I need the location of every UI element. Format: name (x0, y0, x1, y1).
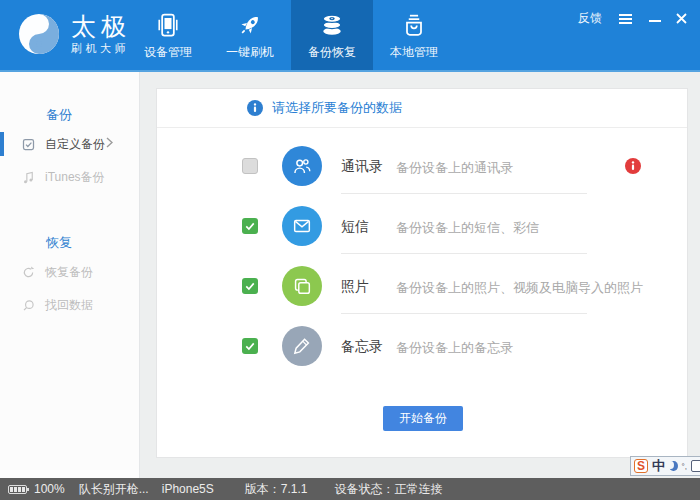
device-status: 设备状态：正常连接 (334, 481, 442, 498)
divider (341, 313, 587, 314)
alert-icon[interactable] (625, 158, 641, 174)
list-item-notes: 备忘录 备份设备上的备忘录 (157, 316, 687, 376)
tab-label: 备份恢复 (308, 44, 356, 61)
window-controls: 反馈 (578, 10, 687, 27)
item-description: 备份设备上的照片、视频及电脑导入的照片 (396, 279, 643, 297)
tab-device-manage[interactable]: 设备管理 (127, 0, 209, 70)
database-icon (317, 9, 347, 41)
list-item-contacts: 通讯录 备份设备上的通讯录 (157, 136, 687, 196)
device-name: 队长别开枪... (79, 481, 149, 498)
divider (341, 193, 587, 194)
sidebar-item-itunes-backup[interactable]: iTunes备份 (0, 164, 139, 190)
sidebar: 备份 自定义备份 iTunes备份 恢复 (0, 72, 140, 478)
list-item-messages: 短信 备份设备上的短信、彩信 (157, 196, 687, 256)
chevron-right-icon (106, 137, 113, 148)
feedback-button[interactable]: 反馈 (578, 10, 602, 27)
item-label: 备忘录 (341, 338, 383, 356)
restore-icon (21, 265, 36, 280)
item-label: 照片 (341, 278, 369, 296)
notes-icon (282, 326, 322, 366)
tab-label: 本地管理 (390, 44, 438, 61)
backup-panel: 请选择所要备份的数据 通讯录 备份设备上的通讯录 (156, 88, 688, 458)
sidebar-item-retrieve-data[interactable]: 找回数据 (0, 292, 139, 318)
sidebar-item-label: 找回数据 (45, 297, 93, 314)
messages-checkbox[interactable] (242, 218, 258, 234)
title-bar: 太极 刷机大师 设备管理 (0, 0, 700, 72)
tab-local-manage[interactable]: 本地管理 (373, 0, 455, 70)
item-label: 通讯录 (341, 158, 383, 176)
magnifier-icon (21, 298, 36, 313)
sidebar-item-label: iTunes备份 (45, 169, 105, 186)
sidebar-item-custom-backup[interactable]: 自定义备份 (0, 131, 139, 157)
sidebar-item-label: 自定义备份 (45, 136, 105, 153)
phone-icon (154, 9, 182, 41)
divider (341, 253, 587, 254)
close-icon[interactable] (676, 13, 687, 24)
taiji-logo-icon (16, 11, 62, 57)
app-logo: 太极 刷机大师 (16, 11, 131, 57)
banner-text: 请选择所要备份的数据 (272, 99, 402, 117)
ime-toolbar: S 中 °, (630, 456, 700, 476)
info-icon (247, 100, 263, 116)
ime-language-toggle[interactable]: 中 (652, 457, 665, 475)
bag-icon (400, 9, 428, 41)
sidebar-item-label: 恢复备份 (45, 264, 93, 281)
main-nav: 设备管理 一键刷机 (127, 0, 455, 70)
moon-icon[interactable] (669, 461, 678, 471)
sidebar-section-backup: 备份 (0, 106, 139, 124)
status-bar: 100% 队长别开枪... iPhone5S 版本：7.1.1 设备状态：正常连… (0, 478, 700, 500)
select-data-banner: 请选择所要备份的数据 (157, 89, 687, 128)
app-subtitle: 刷机大师 (71, 41, 131, 56)
item-description: 备份设备上的备忘录 (396, 339, 513, 357)
item-label: 短信 (341, 218, 369, 236)
tab-one-key-flash[interactable]: 一键刷机 (209, 0, 291, 70)
keyboard-icon[interactable] (691, 460, 700, 472)
item-description: 备份设备上的短信、彩信 (396, 219, 539, 237)
minimize-icon[interactable] (649, 20, 661, 22)
sogou-logo-icon[interactable]: S (634, 459, 648, 473)
tab-backup-restore[interactable]: 备份恢复 (291, 0, 373, 70)
sidebar-item-restore-backup[interactable]: 恢复备份 (0, 259, 139, 285)
photos-icon (282, 266, 322, 306)
backup-item-list: 通讯录 备份设备上的通讯录 (157, 136, 687, 376)
music-note-icon (21, 170, 36, 185)
photos-checkbox[interactable] (242, 278, 258, 294)
battery-percent: 100% (34, 482, 65, 496)
version-label: 版本：7.1.1 (245, 481, 308, 498)
tab-label: 一键刷机 (226, 44, 274, 61)
sidebar-section-restore: 恢复 (0, 234, 139, 252)
menu-icon[interactable] (617, 12, 634, 26)
message-icon (282, 206, 322, 246)
checked-box-icon (21, 137, 36, 152)
device-model: iPhone5S (162, 482, 214, 496)
item-description: 备份设备上的通讯录 (396, 159, 513, 177)
app-title: 太极 (71, 13, 131, 39)
notes-checkbox[interactable] (242, 338, 258, 354)
rocket-icon (236, 9, 264, 41)
contacts-icon (282, 146, 322, 186)
tab-label: 设备管理 (144, 44, 192, 61)
start-backup-button[interactable]: 开始备份 (383, 406, 463, 431)
ime-punctuation-toggle[interactable]: °, (682, 462, 687, 471)
list-item-photos: 照片 备份设备上的照片、视频及电脑导入的照片 (157, 256, 687, 316)
battery-icon (8, 485, 27, 494)
contacts-checkbox[interactable] (242, 158, 258, 174)
